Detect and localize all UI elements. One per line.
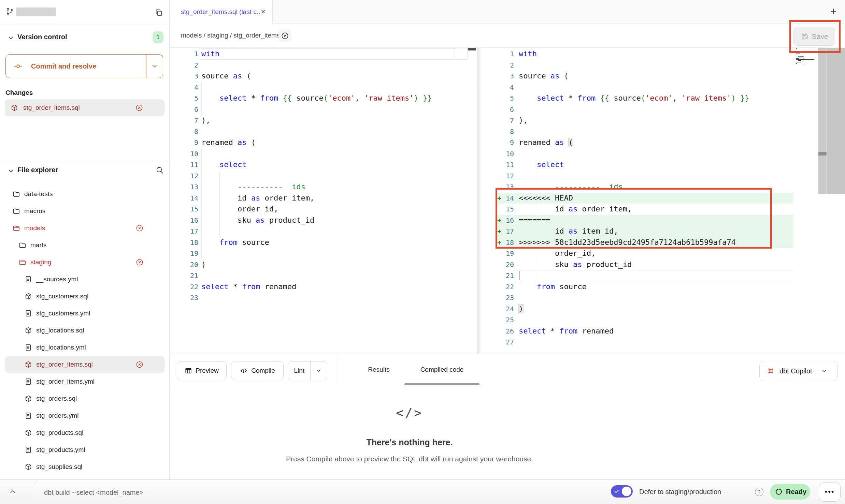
dbt-copilot-button[interactable]: dbt Copilot <box>759 361 838 381</box>
code-line[interactable]: 27 <box>495 337 793 348</box>
help-icon[interactable]: ? <box>755 488 763 496</box>
tab-results[interactable]: Results <box>355 355 403 385</box>
changed-file-row[interactable]: stg_order_items.sql <box>5 99 164 116</box>
commit-options-chevron[interactable] <box>146 55 163 78</box>
file-tree-item-stg-order-items-sql[interactable]: stg_order_items.sql <box>5 356 164 373</box>
editor-scrollbar-track[interactable] <box>818 48 827 194</box>
code-line[interactable]: 2 <box>170 60 468 71</box>
code-line[interactable]: 9renamed as ( <box>495 137 793 148</box>
code-line[interactable]: 23 <box>170 292 468 303</box>
code-line[interactable]: +14<<<<<<< HEAD <box>495 193 793 204</box>
version-control-title[interactable]: Version control <box>17 33 67 41</box>
window-scrollbar[interactable] <box>827 48 845 194</box>
file-tree-item-stg-customers-sql[interactable]: stg_customers.sql <box>5 288 164 305</box>
code-line[interactable]: 19 order_id, <box>495 248 793 259</box>
file-tree-item-stg-customers-yml[interactable]: stg_customers.yml <box>5 305 164 322</box>
code-line[interactable]: 1with <box>170 48 468 60</box>
more-options-button[interactable]: ••• <box>819 483 841 502</box>
file-tree-item-data-tests[interactable]: data-tests <box>5 186 164 203</box>
file-tree-item-stg-products-yml[interactable]: stg_products.yml <box>5 441 164 458</box>
code-line[interactable]: 6 <box>170 104 468 115</box>
file-tree-item-staging[interactable]: staging <box>5 254 164 271</box>
code-line[interactable]: 22 from source <box>495 281 793 293</box>
discard-change-icon[interactable] <box>135 104 143 112</box>
editor-scrollbar-thumb[interactable] <box>818 152 827 155</box>
preview-button[interactable]: Preview <box>177 361 227 380</box>
minimap[interactable] <box>795 48 818 113</box>
code-line[interactable]: 7), <box>495 115 793 126</box>
code-line[interactable]: +17 id as item_id, <box>495 226 793 237</box>
code-line[interactable]: 15 order_id, <box>170 204 468 215</box>
new-tab-button[interactable]: + <box>825 0 842 23</box>
code-line[interactable]: 10 <box>170 148 468 160</box>
code-line[interactable]: 5 select * from {{ source('ecom', 'raw_i… <box>495 93 793 104</box>
file-tree-item-stg-order-items-yml[interactable]: stg_order_items.yml <box>5 373 164 390</box>
code-line[interactable]: 15 id as order_item, <box>495 204 793 215</box>
code-line[interactable]: +18>>>>>>> 58c1dd23d5eebd9cd2495fa7124ab… <box>495 237 793 248</box>
code-line[interactable]: 3source as ( <box>495 71 793 82</box>
editor-pane-modified[interactable]: 1with23source as (45 select * from {{ so… <box>495 48 793 348</box>
code-line[interactable]: 8 <box>170 126 468 137</box>
commit-button-main[interactable]: Commit and resolve <box>6 55 146 78</box>
code-line[interactable]: 10 <box>495 148 793 160</box>
code-line[interactable]: 12 <box>495 171 793 182</box>
code-line[interactable]: 13 ---------- ids <box>495 181 793 193</box>
code-line[interactable]: 9renamed as ( <box>170 137 468 148</box>
code-line[interactable]: 4 <box>495 82 793 93</box>
chevron-up-icon[interactable] <box>9 488 17 496</box>
file-tree-item-stg-supplies-sql[interactable]: stg_supplies.sql <box>5 458 164 475</box>
commit-and-resolve-button[interactable]: Commit and resolve <box>5 54 163 78</box>
code-line[interactable]: 16 sku as product_id <box>170 215 468 226</box>
tab-compiled-code[interactable]: Compiled code <box>404 355 479 385</box>
code-line[interactable]: 24) <box>495 303 793 315</box>
file-tree-item-marts[interactable]: marts <box>5 237 164 254</box>
command-input[interactable]: dbt build --select <model_name> Defer to… <box>34 481 845 504</box>
code-line[interactable]: 13 ---------- ids <box>170 181 468 193</box>
editor-pane-original[interactable]: 1with23source as (45 select * from {{ so… <box>170 48 468 303</box>
code-line[interactable]: 5 select * from {{ source('ecom', 'raw_i… <box>170 93 468 104</box>
chevron-down-icon[interactable] <box>7 34 15 42</box>
code-line[interactable]: 7), <box>170 115 468 126</box>
code-line[interactable]: 6 <box>495 104 793 115</box>
chevron-down-icon[interactable] <box>7 167 15 175</box>
save-button[interactable]: Save <box>793 27 835 46</box>
discard-change-icon[interactable] <box>135 360 144 369</box>
file-tree-item-macros[interactable]: macros <box>5 203 164 220</box>
discard-change-icon[interactable] <box>135 258 144 266</box>
file-tree-item-models[interactable]: models <box>5 220 164 237</box>
lint-options-chevron[interactable] <box>311 368 327 374</box>
code-line[interactable]: 18 from source <box>170 237 468 248</box>
search-icon[interactable] <box>155 166 164 174</box>
code-line[interactable]: 26select * from renamed <box>495 326 793 337</box>
code-line[interactable]: 2 <box>495 60 793 71</box>
code-line[interactable]: 22select * from renamed <box>170 281 468 293</box>
code-line[interactable]: 25 <box>495 314 793 326</box>
code-line[interactable]: 14 id as order_item, <box>170 193 468 204</box>
file-tree-item-stg-orders-yml[interactable]: stg_orders.yml <box>5 407 164 424</box>
file-tree-item--sources-yml[interactable]: __sources.yml <box>5 271 164 288</box>
file-tree-item-stg-locations-sql[interactable]: stg_locations.sql <box>5 322 164 339</box>
lint-button[interactable]: Lint <box>288 361 327 380</box>
file-tree-item-stg-locations-yml[interactable]: stg_locations.yml <box>5 339 164 356</box>
code-line[interactable]: 8 <box>495 126 793 137</box>
code-line[interactable]: 21 <box>170 270 468 281</box>
code-line[interactable]: 1with <box>495 48 793 60</box>
code-line[interactable]: 3source as ( <box>170 71 468 82</box>
code-line[interactable]: +16======= <box>495 215 793 226</box>
code-line[interactable]: 20) <box>170 259 468 270</box>
compile-button[interactable]: Compile <box>231 361 284 380</box>
file-tree-item-stg-orders-sql[interactable]: stg_orders.sql <box>5 390 164 407</box>
discard-change-icon[interactable] <box>135 224 144 232</box>
code-line[interactable]: 20 sku as product_id <box>495 259 793 270</box>
code-line[interactable]: 23 <box>495 292 793 303</box>
file-explorer-title[interactable]: File explorer <box>17 166 58 174</box>
lineage-button[interactable] <box>278 29 291 42</box>
code-line[interactable]: 11 select <box>495 159 793 171</box>
code-line[interactable]: 11 select <box>170 159 468 171</box>
defer-toggle[interactable] <box>611 485 633 498</box>
tab-close-icon[interactable]: × <box>256 0 270 23</box>
code-line[interactable]: 4 <box>170 82 468 93</box>
tab-stg-order-items[interactable]: stg_order_items.sql (last c... × <box>170 0 273 24</box>
code-line[interactable]: 19 <box>170 248 468 259</box>
file-tree-item-stg-products-sql[interactable]: stg_products.sql <box>5 424 164 441</box>
